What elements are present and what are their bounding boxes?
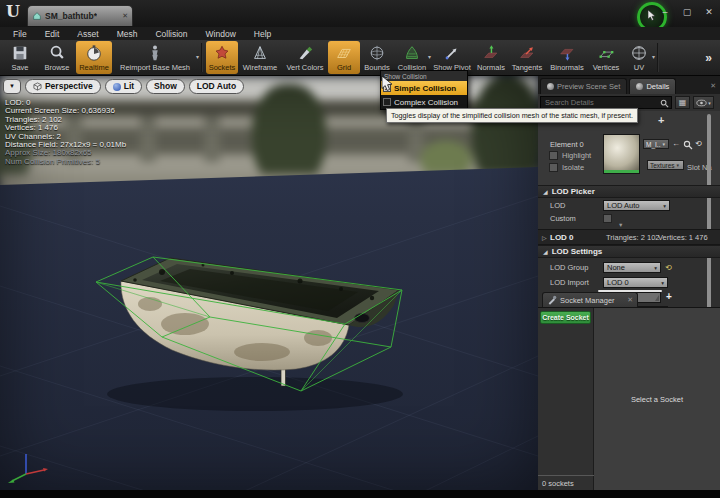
- isolate-row: Isolate: [549, 163, 584, 172]
- toolbar-overflow-chevrons[interactable]: »: [699, 51, 718, 65]
- maximize-button[interactable]: ▢: [680, 6, 694, 18]
- asset-tab-close-icon[interactable]: ✕: [122, 12, 128, 20]
- lod-auto-button[interactable]: LOD Auto: [189, 79, 244, 94]
- create-socket-button[interactable]: Create Socket: [540, 311, 591, 324]
- viewport-options-button[interactable]: ▼: [3, 79, 21, 94]
- vert-colors-button[interactable]: Vert Colors: [282, 41, 328, 74]
- menu-asset[interactable]: Asset: [68, 29, 107, 39]
- window-controls: – ▢ ✕: [658, 6, 716, 18]
- lit-sphere-icon: [113, 83, 121, 91]
- menu-edit[interactable]: Edit: [36, 29, 69, 39]
- lod0-row[interactable]: ▷ LOD 0 Triangles: 2 102 Vertices: 1 476: [538, 229, 720, 245]
- socket-list-divider: [538, 475, 594, 476]
- close-button[interactable]: ✕: [702, 6, 716, 18]
- lit-button[interactable]: Lit: [105, 79, 142, 94]
- lod-settings-header[interactable]: ◢ LOD Settings: [538, 245, 720, 258]
- lod-picker-header[interactable]: ◢ LOD Picker: [538, 185, 720, 198]
- use-selected-arrow-icon[interactable]: ←: [672, 139, 680, 149]
- lod-row: LOD LOD Auto ▾: [538, 199, 720, 212]
- menu-item-complex-collision[interactable]: Complex Collision: [381, 95, 467, 109]
- add-material-button[interactable]: +: [658, 114, 664, 126]
- menu-mesh[interactable]: Mesh: [108, 29, 147, 39]
- lod-import-combo[interactable]: LOD 0 ▾: [603, 277, 668, 288]
- grid-button[interactable]: Grid: [328, 41, 360, 74]
- show-pivot-icon: [443, 44, 461, 62]
- uv-icon: [630, 44, 648, 62]
- viewport-toolbar: ▼ Perspective Lit Show LOD Auto: [3, 79, 244, 94]
- 3d-viewport[interactable]: ▼ Perspective Lit Show LOD Auto LOD: 0 C…: [0, 76, 539, 490]
- lod-import-row: LOD Import LOD 0 ▾: [538, 276, 720, 289]
- spin-grip-icon[interactable]: [655, 295, 659, 301]
- isolate-checkbox[interactable]: [549, 163, 558, 172]
- search-icon: [660, 99, 669, 108]
- custom-checkbox[interactable]: [603, 214, 612, 223]
- unreal-logo-icon: U: [6, 2, 20, 21]
- search-input[interactable]: [541, 98, 657, 107]
- stat-collision-primitives: Num Collision Primitives: 5: [5, 158, 126, 166]
- wireframe-button[interactable]: Wireframe: [238, 41, 282, 74]
- browse-to-asset-icon[interactable]: [683, 140, 693, 150]
- thumbnail-lod-strip: [604, 170, 639, 173]
- socket-list: Create Socket 0 sockets: [538, 308, 594, 491]
- vert-colors-brush-icon: [296, 44, 314, 62]
- grid-icon: [335, 44, 353, 62]
- reset-to-default-icon[interactable]: ⟲: [665, 263, 672, 272]
- display-filter-button[interactable]: ▦: [675, 96, 690, 109]
- material-thumbnail[interactable]: [603, 134, 640, 174]
- tab-preview-scene-settings[interactable]: Preview Scene Set: [540, 78, 627, 94]
- browse-button[interactable]: Browse: [38, 41, 76, 74]
- custom-row: Custom: [538, 212, 720, 225]
- panel-close-icon[interactable]: ✕: [710, 82, 716, 90]
- tangents-button[interactable]: Tangents: [508, 41, 546, 74]
- vertices-icon: [597, 44, 615, 62]
- material-asset-combo[interactable]: M_I.. ▾: [643, 139, 669, 149]
- toolbar-separator: [201, 43, 203, 72]
- mesh-stats: LOD: 0 Current Screen Size: 0,636936 Tri…: [5, 99, 126, 166]
- sockets-button[interactable]: Sockets: [206, 41, 238, 74]
- wireframe-icon: [251, 44, 269, 62]
- chevron-down-icon[interactable]: ▾: [652, 53, 655, 60]
- perspective-button[interactable]: Perspective: [25, 79, 101, 94]
- view-options-button[interactable]: ▾: [693, 96, 714, 109]
- menu-help[interactable]: Help: [245, 29, 280, 39]
- socket-count-label: 0 sockets: [542, 479, 574, 488]
- socket-manager-tab[interactable]: Socket Manager ✕: [542, 292, 638, 307]
- menu-collision[interactable]: Collision: [146, 29, 196, 39]
- chevron-down-icon: ▾: [708, 100, 711, 106]
- complex-collision-checkbox[interactable]: [383, 98, 391, 106]
- asset-tab[interactable]: SM_bathtub* ✕: [27, 5, 133, 26]
- realtime-button[interactable]: Realtime: [76, 41, 112, 74]
- bounds-icon: [368, 44, 386, 62]
- section-expand-icon: ◢: [543, 188, 548, 195]
- menu-window[interactable]: Window: [197, 29, 245, 39]
- section-expander-icon[interactable]: ▼: [618, 222, 623, 228]
- socket-manager-icon: [547, 295, 557, 305]
- lod-group-combo[interactable]: None ▾: [603, 262, 661, 273]
- tab-details[interactable]: Details: [629, 78, 676, 94]
- chevron-down-icon[interactable]: ▾: [196, 53, 199, 60]
- textures-combo[interactable]: Textures ▾: [647, 160, 684, 170]
- menu-bar: File Edit Asset Mesh Collision Window He…: [0, 27, 720, 40]
- uv-button[interactable]: UV ▾: [624, 41, 654, 74]
- binormals-button[interactable]: Binormals: [546, 41, 588, 74]
- toolbar-separator: [657, 43, 659, 72]
- save-button[interactable]: Save: [2, 41, 38, 74]
- lod-group-row: LOD Group None ▾ ⟲: [538, 261, 720, 274]
- add-lod-button[interactable]: +: [666, 291, 672, 302]
- eye-icon: [696, 99, 707, 107]
- socket-tab-close-icon[interactable]: ✕: [627, 296, 633, 304]
- section-expand-icon: ◢: [543, 248, 548, 255]
- reset-material-icon[interactable]: ⟲: [695, 139, 702, 149]
- minimize-button[interactable]: –: [658, 6, 672, 18]
- highlight-checkbox[interactable]: [549, 151, 558, 160]
- lod-combo[interactable]: LOD Auto ▾: [603, 200, 670, 211]
- vertices-button[interactable]: Vertices: [588, 41, 624, 74]
- show-button[interactable]: Show: [146, 79, 185, 94]
- menu-file[interactable]: File: [4, 29, 36, 39]
- cursor-icon: [647, 10, 657, 22]
- sockets-icon: [213, 44, 231, 62]
- reimport-base-mesh-button[interactable]: Reimport Base Mesh ▾: [112, 41, 198, 74]
- tab-icon: [547, 83, 554, 90]
- normals-button[interactable]: Normals: [474, 41, 508, 74]
- chevron-down-icon: ▾: [654, 265, 657, 271]
